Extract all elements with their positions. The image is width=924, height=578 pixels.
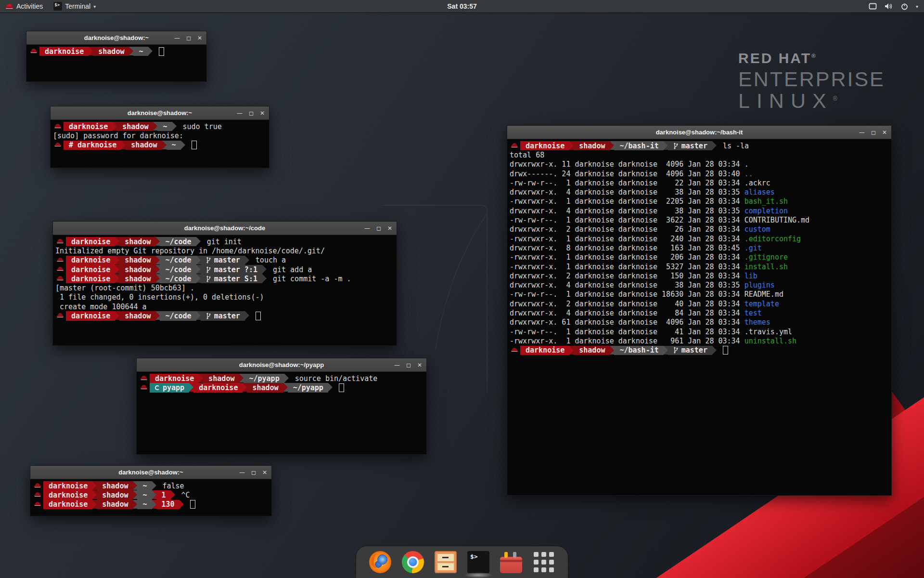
minimize-button[interactable]: — [174,35,180,41]
redhat-prompt-icon [55,265,66,274]
app-menu-terminal[interactable]: $> Terminal ▾ [49,0,101,13]
close-button[interactable]: ✕ [260,110,265,116]
window-titlebar[interactable]: darknoise@shadow:~—◻✕ [51,106,269,120]
terminal-window[interactable]: darknoise@shadow:~/code—◻✕darknoiseshado… [52,221,397,346]
window-titlebar[interactable]: darknoise@shadow:~/pyapp—◻✕ [137,358,426,372]
close-button[interactable]: ✕ [882,130,887,135]
chevron-down-icon: ▾ [93,4,96,9]
output-text: uninstall.sh [744,336,796,345]
terminal-window[interactable]: darknoise@shadow:~—◻✕darknoiseshadow~ [26,31,207,82]
clock[interactable]: Sat 03:57 [447,2,476,10]
dock-item-firefox[interactable] [369,550,392,575]
powerline-separator [155,256,160,264]
dock-item-app-grid[interactable] [532,550,555,575]
powerline-separator [262,265,267,274]
redhat-prompt-icon [55,274,66,283]
window-titlebar[interactable]: darknoise@shadow:~—◻✕ [26,31,206,45]
powerline-separator [155,265,160,274]
terminal-line: darknoiseshadow~ [29,47,206,56]
prompt-segment-exit: 1 [156,490,171,499]
output-text: .git [744,243,762,252]
maximize-button[interactable]: ◻ [251,470,256,475]
prompt-segment-host: shadow [97,500,133,509]
prompt-segment-host: shadow [97,481,133,490]
maximize-button[interactable]: ◻ [871,130,876,135]
terminal-content[interactable]: darknoiseshadow~/pyappsource bin/activat… [137,372,426,393]
activities-button[interactable]: Activities [0,0,49,13]
close-button[interactable]: ✕ [417,362,422,368]
close-button[interactable]: ✕ [197,35,202,41]
minimize-button[interactable]: — [237,110,243,116]
output-text: README.md [744,290,783,299]
git-branch-icon [673,143,679,149]
terminal-content[interactable]: darknoiseshadow~sudo true[sudo] password… [51,120,269,150]
prompt-segment-path: ~ [137,490,152,499]
terminal-line: -rwxrwxr-x. 1 darknoise darknoise 5327 J… [510,262,891,271]
terminal-line: drwxrwxr-x. 2 darknoise darknoise 150 Ja… [510,271,891,280]
power-icon[interactable] [901,3,908,10]
terminal-content[interactable]: darknoiseshadow~/codegit initInitialized… [53,235,397,321]
terminal-content[interactable]: darknoiseshadow~/bash-itmasterls -latota… [507,139,891,355]
maximize-button[interactable]: ◻ [376,225,381,231]
window-controls: —◻✕ [859,126,887,139]
redhat-prompt-icon [53,122,64,131]
powerline-separator [181,141,185,149]
maximize-button[interactable]: ◻ [406,362,411,368]
terminal-window[interactable]: darknoise@shadow:~—◻✕darknoiseshadow~sud… [50,106,270,168]
maximize-button[interactable]: ◻ [249,110,254,116]
output-text: -rwxrwxr-x. 1 darknoise darknoise 5327 J… [510,262,744,271]
display-icon[interactable] [869,3,877,10]
volume-icon[interactable] [885,3,893,10]
dock-item-chrome[interactable] [401,550,424,575]
minimize-button[interactable]: — [394,362,400,368]
prompt-segment-path: ~/bash-it [614,141,663,150]
terminal-line: drwx------. 24 darknoise darknoise 4096 … [510,169,891,178]
window-title: darknoise@shadow:~/pyapp [137,361,426,368]
redhat-prompt-icon [53,141,64,150]
output-text: drwxrwxr-x. 2 darknoise darknoise 26 Jan… [510,225,744,234]
terminal-content[interactable]: darknoiseshadow~ [26,45,206,56]
powerline-separator [262,274,267,283]
terminal-window[interactable]: darknoise@shadow:~/pyapp—◻✕darknoiseshad… [136,358,427,455]
terminal-line: -rw-rw-r--. 1 darknoise darknoise 22 Jan… [510,178,891,187]
powerline-separator [92,481,97,490]
minimize-button[interactable]: — [364,225,370,231]
powerline-separator [196,274,201,283]
window-titlebar[interactable]: darknoise@shadow:~/code—◻✕ [53,222,397,235]
close-button[interactable]: ✕ [262,470,267,475]
window-titlebar[interactable]: darknoise@shadow:~/bash-it—◻✕ [507,126,891,139]
terminal-window[interactable]: darknoise@shadow:~—◻✕darknoiseshadow~fal… [30,465,272,516]
terminal-content[interactable]: darknoiseshadow~falsedarknoiseshadow~1^C… [30,479,271,509]
close-button[interactable]: ✕ [387,225,392,231]
window-controls: —◻✕ [239,466,267,479]
dock-item-toolbox[interactable] [500,550,523,575]
output-text: .editorconfig [744,234,801,243]
output-text: -rwxrwxr-x. 1 darknoise darknoise 2205 J… [510,197,744,206]
firefox-icon [369,551,391,573]
terminal-cursor [256,312,261,320]
minimize-button[interactable]: — [859,130,865,135]
dock-item-terminal[interactable] [467,550,490,575]
prompt-segment-path: ~ [137,481,152,490]
prompt-segment-user: darknoise [150,374,199,383]
command-text: git init [207,237,242,246]
chevron-down-icon[interactable]: ▾ [916,4,918,9]
command-text: git commit -a -m . [273,274,351,283]
git-branch-icon [206,276,211,282]
maximize-button[interactable]: ◻ [186,35,191,41]
terminal-window[interactable]: darknoise@shadow:~/bash-it—◻✕darknoisesh… [507,125,892,496]
terminal-line: darknoiseshadow~/codemaster ?:1git add a [55,265,397,274]
command-text: ^C [181,490,190,499]
powerline-separator [196,237,201,246]
minimize-button[interactable]: — [239,470,245,475]
powerline-separator [162,141,167,149]
output-text: drwxrwxr-x. 2 darknoise darknoise 40 Jan… [510,299,744,308]
output-text: [sudo] password for darknoise: [53,131,183,140]
prompt-segment-branch: master [201,311,245,320]
dock-item-files[interactable] [434,550,457,575]
prompt-segment-user: darknoise [66,256,115,265]
window-titlebar[interactable]: darknoise@shadow:~—◻✕ [30,466,271,479]
terminal-line: drwxrwxr-x. 61 darknoise darknoise 4096 … [510,318,891,327]
redhat-prompt-icon [55,311,66,320]
redhat-prompt-icon [55,256,66,265]
